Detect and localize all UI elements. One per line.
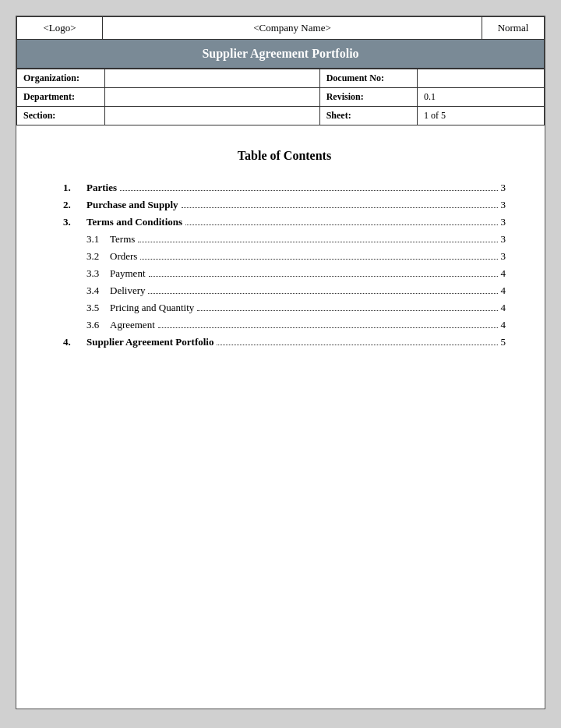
toc-page-3-6: 4 bbox=[501, 319, 506, 331]
toc-entry-3-3: 3.3 Payment 4 bbox=[86, 267, 506, 280]
toc-dots-1 bbox=[120, 190, 498, 191]
toc-label-1: Parties bbox=[86, 182, 117, 194]
toc-number-3: 3. bbox=[63, 216, 86, 228]
toc-sub-label-3-6: Agreement bbox=[110, 319, 155, 331]
page-container: <Logo> <Company Name> Normal Supplier Ag… bbox=[16, 16, 545, 709]
logo-text: <Logo> bbox=[43, 22, 76, 34]
toc-page-2: 3 bbox=[501, 199, 506, 211]
header-table: <Logo> <Company Name> Normal bbox=[16, 16, 545, 40]
toc-number-1: 1. bbox=[63, 182, 86, 194]
toc-entry-3-4: 3.4 Delivery 4 bbox=[86, 284, 506, 297]
info-table: Organization: Document No: Department: R… bbox=[16, 69, 545, 125]
toc-entry-3-6: 3.6 Agreement 4 bbox=[86, 319, 506, 331]
content-area: Table of Contents 1. Parties 3 2. Purcha… bbox=[16, 125, 545, 384]
toc-sub-number-3-2: 3.2 bbox=[86, 250, 110, 263]
dept-value bbox=[104, 88, 319, 107]
toc-dots-4 bbox=[217, 345, 497, 345]
section-value bbox=[104, 107, 319, 125]
toc-page-4: 5 bbox=[501, 336, 506, 348]
normal-label: Normal bbox=[498, 22, 529, 34]
toc-dots-3-1 bbox=[138, 242, 497, 242]
toc-page-3-3: 4 bbox=[501, 267, 506, 280]
logo-cell: <Logo> bbox=[17, 17, 103, 40]
toc-page-1: 3 bbox=[501, 182, 506, 194]
toc-page-3-2: 3 bbox=[501, 250, 506, 263]
section-label: Section: bbox=[17, 107, 105, 125]
toc-entry-1: 1. Parties 3 bbox=[63, 182, 506, 194]
toc-dots-3 bbox=[185, 224, 497, 225]
toc-number-4: 4. bbox=[63, 336, 86, 348]
toc-entry-2: 2. Purchase and Supply 3 bbox=[63, 199, 506, 211]
title-banner: Supplier Agreement Portfolio bbox=[16, 40, 545, 69]
toc-dots-3-2 bbox=[140, 259, 497, 260]
info-row-1: Organization: Document No: bbox=[17, 69, 545, 88]
info-row-2: Department: Revision: 0.1 bbox=[17, 88, 545, 107]
docno-value bbox=[418, 69, 545, 88]
company-name-cell: <Company Name> bbox=[103, 17, 482, 40]
revision-label: Revision: bbox=[319, 88, 417, 107]
toc-sub-number-3-6: 3.6 bbox=[86, 319, 110, 331]
toc-page-3-4: 4 bbox=[501, 284, 506, 297]
dept-label: Department: bbox=[17, 88, 105, 107]
toc-dots-2 bbox=[182, 207, 498, 208]
toc-title: Table of Contents bbox=[63, 149, 506, 163]
toc-entry-4: 4. Supplier Agreement Portfolio 5 bbox=[63, 336, 506, 348]
toc-page-3-1: 3 bbox=[501, 233, 506, 246]
toc-sub-number-3-3: 3.3 bbox=[86, 267, 110, 280]
toc-label-3: Terms and Conditions bbox=[86, 216, 182, 228]
toc-entry-3-5: 3.5 Pricing and Quantity 4 bbox=[86, 302, 506, 314]
toc-dots-3-3 bbox=[149, 276, 498, 277]
toc-page-3: 3 bbox=[501, 216, 506, 228]
title-banner-text: Supplier Agreement Portfolio bbox=[202, 47, 358, 60]
toc-dots-3-5 bbox=[197, 310, 497, 311]
normal-cell: Normal bbox=[482, 17, 545, 40]
toc-entry-3: 3. Terms and Conditions 3 bbox=[63, 216, 506, 228]
toc-sub-label-3-1: Terms bbox=[110, 233, 135, 246]
toc-dots-3-4 bbox=[148, 293, 497, 294]
sheet-label: Sheet: bbox=[319, 107, 417, 125]
toc-entry-3-1: 3.1 Terms 3 bbox=[86, 233, 506, 246]
toc-sub-label-3-4: Delivery bbox=[110, 284, 145, 297]
toc-sub-group: 3.1 Terms 3 3.2 Orders 3 3.3 Payment 4 3… bbox=[86, 233, 506, 331]
toc-entry-3-2: 3.2 Orders 3 bbox=[86, 250, 506, 263]
toc-sub-number-3-4: 3.4 bbox=[86, 284, 110, 297]
toc-number-2: 2. bbox=[63, 199, 86, 211]
toc-label-2: Purchase and Supply bbox=[86, 199, 178, 211]
toc-sub-number-3-1: 3.1 bbox=[86, 233, 110, 246]
toc-sub-label-3-5: Pricing and Quantity bbox=[110, 302, 194, 314]
org-value bbox=[104, 69, 319, 88]
org-label: Organization: bbox=[17, 69, 105, 88]
docno-label: Document No: bbox=[319, 69, 417, 88]
toc-sub-number-3-5: 3.5 bbox=[86, 302, 110, 314]
toc-sub-label-3-3: Payment bbox=[110, 267, 146, 280]
toc-sub-label-3-2: Orders bbox=[110, 250, 137, 263]
toc-label-4: Supplier Agreement Portfolio bbox=[86, 336, 213, 348]
company-name: <Company Name> bbox=[253, 22, 331, 34]
revision-value: 0.1 bbox=[418, 88, 545, 107]
toc-dots-3-6 bbox=[158, 327, 498, 328]
info-row-3: Section: Sheet: 1 of 5 bbox=[17, 107, 545, 125]
sheet-value: 1 of 5 bbox=[418, 107, 545, 125]
toc-page-3-5: 4 bbox=[501, 302, 506, 314]
